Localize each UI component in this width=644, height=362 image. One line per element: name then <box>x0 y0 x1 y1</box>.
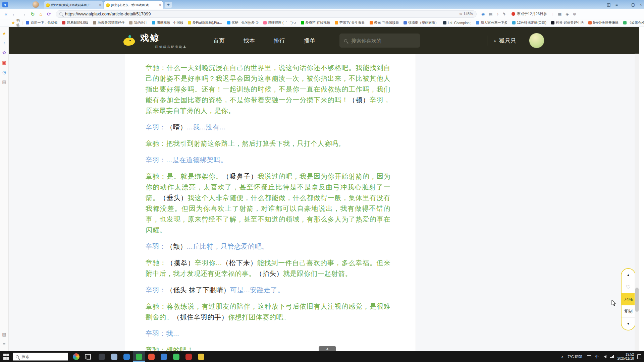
browser-logo-icon[interactable]: e <box>2 2 8 7</box>
bookmark-item[interactable]: 抖音-记录美好生活 <box>551 20 584 25</box>
site-logo-whale-icon[interactable] <box>123 35 137 46</box>
taskbar-clock[interactable]: 19:52 2025/11/18 <box>618 353 634 361</box>
water-drop-icon[interactable]: ◉ <box>481 12 485 16</box>
speed-icon[interactable]: ↯ <box>503 12 506 16</box>
bookmark-item[interactable]: 百度一下，你就知 <box>26 20 57 25</box>
bookmark-item[interactable]: 橙光-互动阅读新 <box>370 20 399 25</box>
tab-close-icon[interactable]: × <box>159 3 161 7</box>
apps-icon[interactable]: ▤ <box>2 79 6 84</box>
tab-close-icon[interactable]: × <box>99 3 101 7</box>
extensions-puzzle-icon[interactable]: ▦ <box>558 12 561 16</box>
app-file-explorer[interactable] <box>108 351 120 362</box>
bookmark-item[interactable]: 我的关注 <box>129 20 147 25</box>
zoom-level-badge[interactable]: ⊕ 145% <box>459 12 473 16</box>
new-tab-button[interactable]: + <box>165 2 172 8</box>
user-caret-icon[interactable]: ▲ <box>493 39 496 42</box>
address-bar[interactable]: ⊕ 145% <box>56 10 477 18</box>
reading-icon[interactable]: ▣ <box>2 60 6 65</box>
volume-icon[interactable] <box>602 355 606 358</box>
browser-tab[interactable]: 爱Pia戏(戏鲸),Pia戏剧本网,广…× <box>44 1 103 9</box>
app-wechat[interactable] <box>170 351 182 362</box>
bookmark-item[interactable]: 腾讯视频 - 中国领 <box>152 20 183 25</box>
start-button-icon[interactable] <box>3 354 9 360</box>
refresh-icon[interactable]: ↻ <box>31 11 35 17</box>
bookmark-item[interactable]: 优酷 - 你的热爱 ① <box>227 20 259 25</box>
nav-item-2[interactable]: 找本 <box>244 37 255 45</box>
media-icon[interactable]: ♪ <box>497 12 499 16</box>
scroll-up-button[interactable]: ▲ <box>622 269 635 281</box>
recent-icon[interactable]: ◷ <box>2 70 6 75</box>
bookmark-item[interactable]: LoL Champion ; <box>443 21 471 25</box>
printer-icon[interactable]: ▤ <box>2 332 6 337</box>
download-icon[interactable]: ↓ <box>552 12 554 16</box>
collapse-sidebar-icon[interactable]: « <box>5 11 7 17</box>
page-scrollbar[interactable] <box>635 54 639 351</box>
taskbar-search-input[interactable] <box>21 354 58 359</box>
bookmark-item[interactable]: 爱奇艺-在线视频 <box>301 20 330 25</box>
page-zoom-icon[interactable]: ⊕ <box>573 12 576 16</box>
site-logo-block[interactable]: 戏鲸 原创精品配音剧本 <box>137 32 187 49</box>
bookmark-item[interactable]: 哔哩哔哩 (゜-゜)つ <box>263 20 296 25</box>
scrollbar-thumb[interactable] <box>635 288 639 312</box>
site-logo-text[interactable]: 戏鲸 <box>140 32 160 44</box>
nav-item-1[interactable]: 首页 <box>213 37 225 45</box>
maximize-button[interactable]: ▢ <box>631 2 635 7</box>
browser-profile-avatar[interactable] <box>32 1 39 8</box>
nav-item-4[interactable]: 播单 <box>304 37 315 45</box>
bookmark-item[interactable]: 地表最强猫猫仔仔 <box>93 20 124 25</box>
site-search-box[interactable] <box>339 34 420 48</box>
back-icon[interactable]: ← <box>12 11 17 17</box>
cortana-icon[interactable] <box>73 353 79 360</box>
app-netease-music[interactable] <box>182 351 195 362</box>
site-search-input[interactable] <box>351 38 408 44</box>
hidden-icons-chevron[interactable]: ∧ <box>561 355 564 359</box>
bookmark-item[interactable]: 芒果TV-天生青春 <box>335 20 365 25</box>
like-heart-icon[interactable]: ♡ <box>622 281 635 293</box>
network-icon[interactable] <box>610 355 614 358</box>
nav-item-3[interactable]: 排行 <box>274 37 285 45</box>
display-tray-icon[interactable] <box>587 355 591 358</box>
scroll-down-button[interactable]: ▼ <box>622 318 635 330</box>
bookmark-item[interactable]: 爱Pia戏(戏鲸),Pia… <box>188 20 222 25</box>
security-shield-icon[interactable]: ◈ <box>566 12 569 16</box>
reading-progress-badge[interactable]: 74% <box>622 293 635 305</box>
news-ticker[interactable]: 市成于12月26日参 <box>512 11 547 16</box>
bookmark-item[interactable]: 网易邮箱6.0版 <box>62 20 88 25</box>
reader-mode-icon[interactable]: ▤ <box>489 12 492 16</box>
taskbar-search-box[interactable] <box>13 353 68 361</box>
restore-tabs-icon[interactable]: ⟳ <box>47 11 51 17</box>
browser-apps-icon[interactable]: ◫ <box>607 2 610 7</box>
ime-indicator[interactable]: 中 <box>595 354 599 359</box>
bookmarks-root-label[interactable]: 书签 <box>16 19 20 27</box>
bookmark-item[interactable]: 5分钟快速开嗓练 <box>588 20 619 25</box>
url-input[interactable] <box>65 11 460 16</box>
clock-date: 2025/11/18 <box>618 357 634 361</box>
browser-menu-icon[interactable]: ≡ <box>615 2 618 7</box>
bookmark-item[interactable]: 《如果会检核价》 <box>623 20 644 25</box>
user-avatar[interactable] <box>529 33 544 48</box>
app-edge-browser[interactable] <box>120 351 133 362</box>
close-button[interactable]: × <box>640 2 642 7</box>
forward-icon[interactable]: → <box>21 11 26 17</box>
app-firefox[interactable] <box>145 351 158 362</box>
community-icon[interactable]: ✿ <box>2 50 6 55</box>
history-icon[interactable]: ◔ <box>3 41 6 46</box>
copy-button[interactable]: 复制 <box>622 305 635 318</box>
app-wps[interactable] <box>158 351 170 362</box>
task-view-icon[interactable] <box>85 354 91 359</box>
action-center-icon[interactable] <box>637 354 641 359</box>
app-360-browser[interactable] <box>133 351 145 362</box>
sidebar-menu-icon[interactable]: ≡ <box>3 342 6 347</box>
weather-text[interactable]: 7°C 晴朗 <box>568 354 582 359</box>
favorites-star-icon[interactable]: ★ <box>2 31 6 36</box>
minimize-button[interactable]: — <box>623 2 627 7</box>
bookmark-item[interactable]: 镇魂街（华丽丽版） <box>404 20 438 25</box>
home-icon[interactable]: ⌂ <box>40 11 42 17</box>
app-terminal[interactable] <box>96 351 108 362</box>
back-to-top-button[interactable]: ▲ <box>319 346 336 351</box>
bookmark-item[interactable]: 培大家分享一下多 <box>476 20 507 25</box>
username[interactable]: 狐只只 <box>499 37 516 45</box>
browser-tab[interactable]: [双普] 心之矢 - 爱Pia戏网,戏…× <box>104 1 163 9</box>
app-ludashi[interactable] <box>195 351 207 362</box>
bookmark-item[interactable]: 12分钟搞定练(口部) <box>512 20 546 25</box>
